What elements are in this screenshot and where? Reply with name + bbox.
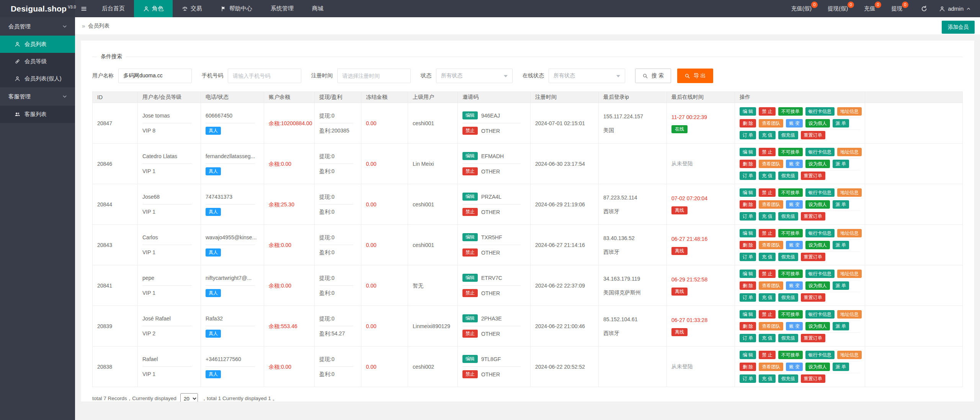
action-button[interactable]: 禁 止 xyxy=(759,188,775,197)
action-button[interactable]: 查看团队 xyxy=(759,200,783,209)
status-select[interactable]: 所有状态 xyxy=(436,69,513,83)
action-button[interactable]: 禁 止 xyxy=(759,351,775,359)
action-button[interactable]: 银行卡信息 xyxy=(805,148,835,156)
user-menu[interactable]: admin xyxy=(939,5,971,12)
action-button[interactable]: 设为假人 xyxy=(805,119,830,127)
action-button[interactable]: 删 除 xyxy=(740,322,756,330)
action-button[interactable]: 充 值 xyxy=(759,334,775,342)
action-button[interactable]: 账 变 xyxy=(786,363,802,371)
action-button[interactable]: 重置订单 xyxy=(801,374,825,383)
action-button[interactable]: 银行卡信息 xyxy=(805,229,835,237)
topbar-menu-item[interactable]: 角色 xyxy=(134,0,173,17)
action-button[interactable]: 地址信息 xyxy=(837,148,862,156)
action-button[interactable]: 设为假人 xyxy=(805,363,830,371)
invite-edit-button[interactable]: 编辑 xyxy=(462,355,478,363)
action-button[interactable]: 地址信息 xyxy=(837,229,862,237)
action-button[interactable]: 地址信息 xyxy=(837,351,862,359)
action-button[interactable]: 订 单 xyxy=(740,212,756,221)
action-button[interactable]: 假充值 xyxy=(778,172,798,180)
action-button[interactable]: 银行卡信息 xyxy=(805,270,835,278)
action-button[interactable]: 假充值 xyxy=(778,212,798,221)
action-button[interactable]: 订 单 xyxy=(740,334,756,342)
action-button[interactable]: 账 变 xyxy=(786,200,802,209)
action-button[interactable]: 派 单 xyxy=(833,281,849,290)
notice-item[interactable]: 充值0 xyxy=(859,5,880,12)
sidebar-group-title[interactable]: 客服管理 xyxy=(0,87,75,106)
action-button[interactable]: 不可接单 xyxy=(778,188,803,197)
action-button[interactable]: 充 值 xyxy=(759,253,775,261)
action-button[interactable]: 订 单 xyxy=(740,131,756,139)
topbar-menu-item[interactable]: 商城 xyxy=(303,0,333,17)
action-button[interactable]: 派 单 xyxy=(833,322,849,330)
action-button[interactable]: 银行卡信息 xyxy=(805,107,835,116)
action-button[interactable]: 设为假人 xyxy=(805,322,830,330)
action-button[interactable]: 禁 止 xyxy=(759,107,775,116)
action-button[interactable]: 假充值 xyxy=(778,374,798,383)
action-button[interactable]: 重置订单 xyxy=(801,293,825,302)
action-button[interactable]: 不可接单 xyxy=(778,229,803,237)
action-button[interactable]: 订 单 xyxy=(740,374,756,383)
invite-ban-button[interactable]: 禁止 xyxy=(462,208,478,216)
invite-ban-button[interactable]: 禁止 xyxy=(462,289,478,297)
action-button[interactable]: 设为假人 xyxy=(805,160,830,168)
action-button[interactable]: 查看团队 xyxy=(759,119,783,127)
action-button[interactable]: 地址信息 xyxy=(837,107,862,116)
action-button[interactable]: 删 除 xyxy=(740,119,756,127)
invite-ban-button[interactable]: 禁止 xyxy=(462,330,478,338)
action-button[interactable]: 删 除 xyxy=(740,363,756,371)
topbar-menu-item[interactable]: 交易 xyxy=(173,0,211,17)
invite-edit-button[interactable]: 编辑 xyxy=(462,152,478,160)
action-button[interactable]: 订 单 xyxy=(740,253,756,261)
action-button[interactable]: 禁 止 xyxy=(759,148,775,156)
action-button[interactable]: 编 辑 xyxy=(740,188,756,197)
sidebar-item[interactable]: 会员列表 xyxy=(0,36,75,53)
action-button[interactable]: 重置订单 xyxy=(801,212,825,221)
sidebar-item[interactable]: 会员列表(假人) xyxy=(0,70,75,87)
invite-ban-button[interactable]: 禁止 xyxy=(462,248,478,257)
regtime-input[interactable] xyxy=(337,69,411,83)
action-button[interactable]: 账 变 xyxy=(786,241,802,249)
action-button[interactable]: 派 单 xyxy=(833,200,849,209)
sidebar-item[interactable]: 客服列表 xyxy=(0,106,75,123)
action-button[interactable]: 不可接单 xyxy=(778,270,803,278)
invite-ban-button[interactable]: 禁止 xyxy=(462,127,478,135)
action-button[interactable]: 禁 止 xyxy=(759,270,775,278)
phone-input[interactable] xyxy=(228,69,301,83)
action-button[interactable]: 假充值 xyxy=(778,334,798,342)
topbar-menu-item[interactable]: 系统管理 xyxy=(261,0,303,17)
action-button[interactable]: 设为假人 xyxy=(805,281,830,290)
action-button[interactable]: 编 辑 xyxy=(740,229,756,237)
action-button[interactable]: 银行卡信息 xyxy=(805,310,835,319)
sidebar-toggle-button[interactable] xyxy=(75,0,93,17)
invite-ban-button[interactable]: 禁止 xyxy=(462,167,478,175)
action-button[interactable]: 查看团队 xyxy=(759,322,783,330)
action-button[interactable]: 删 除 xyxy=(740,241,756,249)
action-button[interactable]: 不可接单 xyxy=(778,310,803,319)
add-member-button[interactable]: 添加会员 xyxy=(942,21,975,34)
online-status-select[interactable]: 所有状态 xyxy=(549,69,625,83)
action-button[interactable]: 订 单 xyxy=(740,172,756,180)
search-button[interactable]: 搜 索 xyxy=(635,69,671,83)
action-button[interactable]: 充 值 xyxy=(759,293,775,302)
action-button[interactable]: 编 辑 xyxy=(740,310,756,319)
action-button[interactable]: 银行卡信息 xyxy=(805,188,835,197)
action-button[interactable]: 编 辑 xyxy=(740,351,756,359)
action-button[interactable]: 订 单 xyxy=(740,293,756,302)
action-button[interactable]: 地址信息 xyxy=(837,270,862,278)
action-button[interactable]: 派 单 xyxy=(833,241,849,249)
export-button[interactable]: 导 出 xyxy=(677,69,713,83)
action-button[interactable]: 查看团队 xyxy=(759,363,783,371)
topbar-menu-item[interactable]: 后台首页 xyxy=(93,0,134,17)
invite-edit-button[interactable]: 编辑 xyxy=(462,193,478,201)
action-button[interactable]: 重置订单 xyxy=(801,131,825,139)
action-button[interactable]: 编 辑 xyxy=(740,107,756,116)
action-button[interactable]: 删 除 xyxy=(740,160,756,168)
action-button[interactable]: 假充值 xyxy=(778,253,798,261)
action-button[interactable]: 地址信息 xyxy=(837,310,862,319)
action-button[interactable]: 重置订单 xyxy=(801,172,825,180)
action-button[interactable]: 账 变 xyxy=(786,281,802,290)
action-button[interactable]: 假充值 xyxy=(778,293,798,302)
action-button[interactable]: 设为假人 xyxy=(805,241,830,249)
page-size-select[interactable]: 20 xyxy=(180,393,198,402)
notice-item[interactable]: 充值(假)0 xyxy=(786,5,817,12)
